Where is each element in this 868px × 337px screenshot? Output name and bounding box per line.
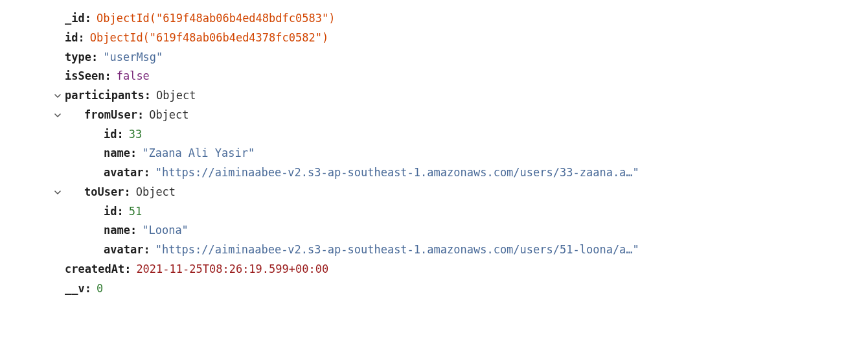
value-toUser-avatar: "https://aiminaabee-v2.s3-ap-southeast-1… xyxy=(155,240,639,260)
field-type[interactable]: type: "userMsg" xyxy=(65,48,868,67)
key-_id: _id xyxy=(65,9,85,29)
value-toUser-name: "Loona" xyxy=(142,221,188,240)
key-createdAt: createdAt xyxy=(65,260,124,279)
value-toUser-id: 51 xyxy=(129,202,142,222)
colon: : xyxy=(91,48,98,67)
value-fromUser-name: "Zaana Ali Yasir" xyxy=(142,144,255,163)
value-participants: Object xyxy=(156,86,196,106)
colon: : xyxy=(124,183,130,202)
key-id: id xyxy=(65,29,78,48)
colon: : xyxy=(78,29,84,48)
value-createdAt: 2021-11-25T08:26:19.599+00:00 xyxy=(136,260,328,279)
colon: : xyxy=(124,260,131,279)
key-participants: participants xyxy=(65,86,144,106)
field-fromUser-id[interactable]: id: 33 xyxy=(65,125,868,145)
field-toUser[interactable]: toUser: Object xyxy=(65,183,868,202)
field-__v[interactable]: __v: 0 xyxy=(65,279,868,299)
key-fromUser: fromUser xyxy=(84,106,137,125)
colon: : xyxy=(104,67,111,86)
field-id[interactable]: id: ObjectId("619f48ab06b4ed4378fc0582") xyxy=(65,29,868,48)
colon: : xyxy=(130,221,137,240)
key-fromUser-name: name xyxy=(104,144,130,163)
value-fromUser: Object xyxy=(149,106,188,125)
key-toUser-name: name xyxy=(104,221,130,240)
field-toUser-name[interactable]: name: "Loona" xyxy=(65,221,868,240)
colon: : xyxy=(117,202,123,222)
field-isSeen[interactable]: isSeen: false xyxy=(65,67,868,86)
chevron-down-icon[interactable] xyxy=(53,188,62,197)
value-fromUser-avatar: "https://aiminaabee-v2.s3-ap-southeast-1… xyxy=(155,163,639,183)
colon: : xyxy=(85,9,91,29)
field-fromUser-avatar[interactable]: avatar: "https://aiminaabee-v2.s3-ap-sou… xyxy=(65,163,868,183)
chevron-down-icon[interactable] xyxy=(53,91,62,100)
value-id: ObjectId("619f48ab06b4ed4378fc0582") xyxy=(90,29,328,48)
key-toUser-avatar: avatar xyxy=(104,240,143,260)
key-toUser-id: id xyxy=(104,202,117,222)
value-isSeen: false xyxy=(117,67,150,86)
field-_id[interactable]: _id: ObjectId("619f48ab06b4ed48bdfc0583"… xyxy=(65,9,868,29)
field-toUser-avatar[interactable]: avatar: "https://aiminaabee-v2.s3-ap-sou… xyxy=(65,240,868,260)
value-_id: ObjectId("619f48ab06b4ed48bdfc0583") xyxy=(97,9,335,29)
chevron-down-icon[interactable] xyxy=(53,111,62,120)
colon: : xyxy=(144,86,151,106)
value-__v: 0 xyxy=(97,279,103,299)
colon: : xyxy=(130,144,137,163)
value-type: "userMsg" xyxy=(103,48,163,67)
colon: : xyxy=(143,163,150,183)
colon: : xyxy=(117,125,123,145)
key-__v: __v xyxy=(65,279,85,299)
field-toUser-id[interactable]: id: 51 xyxy=(65,202,868,222)
key-fromUser-avatar: avatar xyxy=(104,163,143,183)
key-fromUser-id: id xyxy=(104,125,117,145)
key-isSeen: isSeen xyxy=(65,67,104,86)
key-toUser: toUser xyxy=(84,183,124,202)
field-fromUser[interactable]: fromUser: Object xyxy=(65,106,868,125)
colon: : xyxy=(85,279,91,299)
field-participants[interactable]: participants: Object xyxy=(65,86,868,106)
value-toUser: Object xyxy=(136,183,176,202)
field-createdAt[interactable]: createdAt: 2021-11-25T08:26:19.599+00:00 xyxy=(65,260,868,279)
value-fromUser-id: 33 xyxy=(129,125,142,145)
colon: : xyxy=(137,106,144,125)
key-type: type xyxy=(65,48,91,67)
field-fromUser-name[interactable]: name: "Zaana Ali Yasir" xyxy=(65,144,868,163)
colon: : xyxy=(143,240,150,260)
